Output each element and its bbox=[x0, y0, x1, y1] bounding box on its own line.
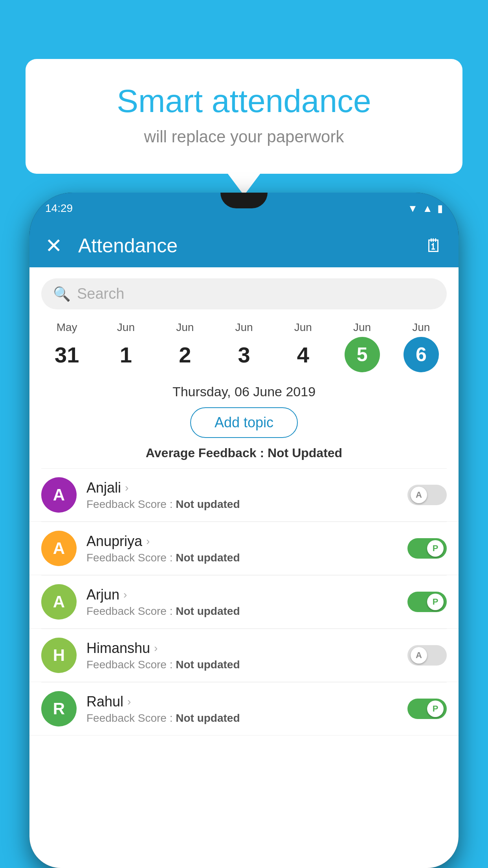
student-avatar: R bbox=[41, 691, 77, 726]
student-info: Himanshu ›Feedback Score : Not updated bbox=[86, 640, 407, 671]
close-button[interactable]: ✕ bbox=[45, 234, 62, 257]
search-bar[interactable]: 🔍 Search bbox=[41, 278, 447, 309]
notch bbox=[220, 193, 268, 208]
student-feedback: Feedback Score : Not updated bbox=[86, 712, 407, 725]
student-name: Arjun › bbox=[86, 587, 407, 603]
date-day[interactable]: 1 bbox=[108, 337, 143, 372]
speech-bubble-container: Smart attendance will replace your paper… bbox=[26, 59, 462, 174]
date-month: Jun bbox=[176, 321, 194, 334]
date-day[interactable]: 6 bbox=[404, 337, 439, 372]
bubble-title: Smart attendance bbox=[53, 83, 435, 120]
student-info: Rahul ›Feedback Score : Not updated bbox=[86, 693, 407, 725]
chevron-right-icon: › bbox=[127, 695, 131, 708]
date-col-6[interactable]: Jun6 bbox=[392, 317, 451, 376]
chevron-right-icon: › bbox=[125, 482, 128, 494]
chevron-right-icon: › bbox=[146, 535, 150, 548]
student-list: AAnjali ›Feedback Score : Not updatedAAA… bbox=[29, 469, 459, 736]
date-month: Jun bbox=[235, 321, 253, 334]
attendance-toggle[interactable]: A bbox=[407, 645, 447, 666]
attendance-toggle[interactable]: P bbox=[407, 538, 447, 559]
avg-feedback: Average Feedback : Not Updated bbox=[29, 446, 459, 460]
student-info: Anjali ›Feedback Score : Not updated bbox=[86, 480, 407, 511]
student-row[interactable]: HHimanshu ›Feedback Score : Not updatedA bbox=[29, 629, 459, 682]
search-input[interactable]: Search bbox=[77, 285, 124, 302]
attendance-toggle[interactable]: P bbox=[407, 699, 447, 719]
student-avatar: A bbox=[41, 584, 77, 620]
date-col-5[interactable]: Jun5 bbox=[332, 317, 391, 376]
student-avatar: H bbox=[41, 638, 77, 673]
chevron-right-icon: › bbox=[123, 588, 127, 601]
toggle-knob: P bbox=[427, 701, 444, 717]
toggle-knob: P bbox=[427, 540, 444, 557]
phone-frame: 14:29 ▼ ▲ ▮ ✕ Attendance 🗓 🔍 Search May3… bbox=[29, 193, 459, 868]
date-day[interactable]: 5 bbox=[345, 337, 380, 372]
student-name: Anupriya › bbox=[86, 533, 407, 550]
student-row[interactable]: AAnupriya ›Feedback Score : Not updatedP bbox=[29, 522, 459, 575]
signal-icon: ▲ bbox=[422, 202, 433, 215]
student-avatar: A bbox=[41, 477, 77, 513]
student-feedback: Feedback Score : Not updated bbox=[86, 658, 407, 671]
date-month: Jun bbox=[117, 321, 135, 334]
student-name: Rahul › bbox=[86, 693, 407, 710]
student-row[interactable]: AArjun ›Feedback Score : Not updatedP bbox=[29, 576, 459, 629]
wifi-icon: ▼ bbox=[408, 202, 418, 215]
attendance-toggle[interactable]: P bbox=[407, 592, 447, 612]
app-bar-title: Attendance bbox=[78, 234, 425, 257]
date-col-4[interactable]: Jun4 bbox=[273, 317, 332, 376]
chevron-right-icon: › bbox=[154, 642, 158, 655]
toggle-knob: A bbox=[411, 487, 427, 503]
student-feedback: Feedback Score : Not updated bbox=[86, 498, 407, 511]
student-avatar: A bbox=[41, 531, 77, 566]
selected-date-label: Thursday, 06 June 2019 bbox=[29, 384, 459, 399]
status-bar: 14:29 ▼ ▲ ▮ bbox=[29, 193, 459, 224]
student-row[interactable]: AAnjali ›Feedback Score : Not updatedA bbox=[29, 469, 459, 522]
student-info: Arjun ›Feedback Score : Not updated bbox=[86, 587, 407, 618]
battery-icon: ▮ bbox=[437, 202, 443, 215]
bubble-subtitle: will replace your paperwork bbox=[53, 127, 435, 146]
app-bar: ✕ Attendance 🗓 bbox=[29, 224, 459, 267]
date-month: Jun bbox=[412, 321, 430, 334]
date-col-0[interactable]: May31 bbox=[37, 317, 96, 376]
student-feedback: Feedback Score : Not updated bbox=[86, 605, 407, 618]
date-month: May bbox=[57, 321, 77, 334]
toggle-knob: P bbox=[427, 594, 444, 610]
date-col-2[interactable]: Jun2 bbox=[156, 317, 215, 376]
date-col-3[interactable]: Jun3 bbox=[215, 317, 273, 376]
phone-content: 🔍 Search May31Jun1Jun2Jun3Jun4Jun5Jun6 T… bbox=[29, 267, 459, 868]
date-day[interactable]: 3 bbox=[226, 337, 262, 372]
date-month: Jun bbox=[294, 321, 312, 334]
student-info: Anupriya ›Feedback Score : Not updated bbox=[86, 533, 407, 564]
student-name: Himanshu › bbox=[86, 640, 407, 657]
attendance-toggle[interactable]: A bbox=[407, 485, 447, 505]
date-day[interactable]: 2 bbox=[167, 337, 203, 372]
date-day[interactable]: 31 bbox=[49, 337, 84, 372]
status-icons: ▼ ▲ ▮ bbox=[408, 202, 443, 215]
date-day[interactable]: 4 bbox=[285, 337, 321, 372]
add-topic-button[interactable]: Add topic bbox=[190, 407, 298, 438]
student-feedback: Feedback Score : Not updated bbox=[86, 552, 407, 564]
student-row[interactable]: RRahul ›Feedback Score : Not updatedP bbox=[29, 682, 459, 736]
speech-bubble: Smart attendance will replace your paper… bbox=[26, 59, 462, 174]
status-time: 14:29 bbox=[45, 202, 73, 215]
calendar-icon[interactable]: 🗓 bbox=[425, 235, 443, 256]
date-col-1[interactable]: Jun1 bbox=[96, 317, 155, 376]
toggle-knob: A bbox=[411, 647, 427, 664]
student-name: Anjali › bbox=[86, 480, 407, 496]
date-strip: May31Jun1Jun2Jun3Jun4Jun5Jun6 bbox=[29, 317, 459, 376]
search-icon: 🔍 bbox=[53, 286, 71, 302]
date-month: Jun bbox=[353, 321, 371, 334]
